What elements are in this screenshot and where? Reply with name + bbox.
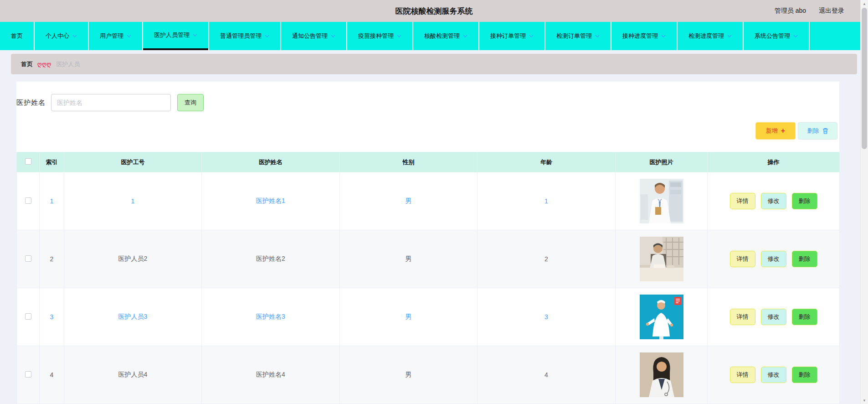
detail-button[interactable]: 详情 — [730, 193, 755, 209]
chevron-down-icon — [265, 35, 269, 37]
chevron-down-icon — [193, 34, 197, 36]
logout-link[interactable]: 退出登录 — [819, 7, 844, 15]
column-header-staff-no: 医护工号 — [64, 152, 202, 172]
cell-age: 1 — [478, 172, 616, 230]
trash-icon — [822, 128, 828, 134]
cell-index: 2 — [40, 230, 64, 288]
nav-tab-home[interactable]: 首页 — [0, 22, 34, 50]
edit-button[interactable]: 修改 — [761, 193, 786, 209]
chevron-down-icon — [397, 35, 401, 37]
cell-staff-no: 医护人员2 — [64, 230, 202, 288]
nav-tab-nucleic-test-management[interactable]: 核酸检测管理 — [413, 22, 478, 50]
detail-button[interactable]: 详情 — [730, 309, 755, 325]
nav-tab-test-order-management[interactable]: 检测订单管理 — [545, 22, 611, 50]
table-row[interactable]: 2 医护人员2 医护姓名2 男 2 — [17, 230, 840, 288]
table-row[interactable]: 1 1 医护姓名1 男 1 — [17, 172, 840, 230]
scrollbar-thumb[interactable] — [862, 8, 867, 149]
cell-index: 1 — [40, 172, 64, 230]
breadcrumb-home[interactable]: 首页 — [21, 60, 33, 68]
table-row[interactable]: 4 医护人员4 医护姓名4 男 4 — [17, 346, 840, 404]
staff-photo-nurse-teal-background[interactable] — [640, 295, 683, 339]
cell-gender: 男 — [340, 172, 478, 230]
delete-button[interactable]: 删除 — [792, 309, 817, 325]
nav-tab-test-progress-management[interactable]: 检测进度管理 — [678, 22, 743, 50]
nav-tab-medical-staff-management[interactable]: 医护人员管理 — [143, 22, 208, 50]
nav-tab-system-announcement-management[interactable]: 系统公告管理 — [744, 22, 809, 50]
delete-button[interactable]: 删除 — [792, 367, 817, 383]
user-area: 管理员 abo 退出登录 — [775, 0, 844, 22]
row-checkbox[interactable] — [25, 371, 31, 378]
column-header-name: 医护姓名 — [202, 152, 340, 172]
content-card: 医护姓名 查询 新增 + 删除 索引 医护工号 医护姓 — [16, 82, 839, 404]
header-checkbox-cell — [17, 152, 40, 172]
staff-photo-female-doctor[interactable] — [640, 352, 683, 397]
chevron-down-icon — [127, 35, 131, 37]
nav-tab-personal-center[interactable]: 个人中心 — [35, 22, 88, 50]
cell-age: 4 — [478, 346, 616, 404]
column-header-index: 索引 — [40, 152, 64, 172]
cell-gender: 男 — [340, 346, 478, 404]
edit-button[interactable]: 修改 — [761, 367, 786, 383]
detail-button[interactable]: 详情 — [730, 367, 755, 383]
plus-icon: + — [781, 127, 785, 135]
table-header-row: 索引 医护工号 医护姓名 性别 年龄 医护照片 操作 — [17, 152, 840, 172]
cell-name: 医护姓名3 — [202, 288, 340, 346]
row-actions: 详情 修改 删除 — [708, 309, 839, 325]
column-header-operations: 操作 — [708, 152, 840, 172]
cell-gender: 男 — [340, 288, 478, 346]
cell-name: 医护姓名1 — [202, 172, 340, 230]
row-actions: 详情 修改 删除 — [708, 193, 839, 209]
cell-staff-no: 医护人员3 — [64, 288, 202, 346]
cell-staff-no: 医护人员4 — [64, 346, 202, 404]
select-all-checkbox[interactable] — [25, 158, 31, 165]
nav-tab-notice-management[interactable]: 通知公告管理 — [281, 22, 346, 50]
staff-photo-male-doctor-standing[interactable] — [640, 179, 683, 223]
delete-button[interactable]: 删除 — [792, 193, 817, 209]
scroll-down-arrow-icon[interactable]: ▼ — [861, 397, 868, 404]
table-row[interactable]: 3 医护人员3 医护姓名3 男 3 — [17, 288, 840, 346]
cell-staff-no: 1 — [64, 172, 202, 230]
query-button[interactable]: 查询 — [177, 94, 204, 111]
batch-delete-button[interactable]: 删除 — [798, 122, 837, 140]
chevron-down-icon — [661, 35, 666, 37]
nav-tab-user-management[interactable]: 用户管理 — [89, 22, 142, 50]
add-button[interactable]: 新增 + — [755, 122, 796, 140]
edit-button[interactable]: 修改 — [761, 251, 786, 267]
row-checkbox[interactable] — [25, 255, 31, 262]
vertical-scrollbar[interactable]: ▲ ▼ — [860, 0, 868, 404]
scroll-up-arrow-icon[interactable]: ▲ — [861, 0, 868, 7]
chevron-down-icon — [595, 35, 600, 37]
cell-name: 医护姓名2 — [202, 230, 340, 288]
nav-tab-vaccination-progress-management[interactable]: 接种进度管理 — [611, 22, 677, 50]
nav-tab-general-admin-management[interactable]: 普通管理员管理 — [209, 22, 280, 50]
row-actions: 详情 修改 删除 — [708, 251, 839, 267]
row-checkbox[interactable] — [25, 197, 31, 204]
nav-filler — [810, 22, 868, 50]
edit-button[interactable]: 修改 — [761, 309, 786, 325]
breadcrumb: 首页 ღღღ 医护人员 — [11, 54, 857, 74]
row-checkbox[interactable] — [25, 313, 31, 320]
cell-age: 3 — [478, 288, 616, 346]
breadcrumb-separator-icon: ღღღ — [37, 61, 51, 67]
chevron-down-icon — [72, 35, 77, 37]
staff-name-input[interactable] — [51, 94, 171, 111]
staff-photo-doctor-at-desk[interactable] — [640, 237, 683, 281]
main-nav: 首页 个人中心 用户管理 医护人员管理 普通管理员管理 通知公告管理 疫苗接种管… — [0, 22, 868, 50]
chevron-down-icon — [793, 35, 798, 37]
cell-index: 4 — [40, 346, 64, 404]
chevron-down-icon — [331, 35, 335, 37]
cell-gender: 男 — [340, 230, 478, 288]
delete-button[interactable]: 删除 — [792, 251, 817, 267]
cell-index: 3 — [40, 288, 64, 346]
cell-age: 2 — [478, 230, 616, 288]
detail-button[interactable]: 详情 — [730, 251, 755, 267]
chevron-down-icon — [727, 35, 732, 37]
search-label: 医护姓名 — [16, 98, 46, 107]
chevron-down-icon — [463, 35, 467, 37]
staff-table: 索引 医护工号 医护姓名 性别 年龄 医护照片 操作 1 1 医护姓名1 男 1 — [16, 152, 840, 404]
nav-tab-vaccine-management[interactable]: 疫苗接种管理 — [347, 22, 412, 50]
cell-name: 医护姓名4 — [202, 346, 340, 404]
row-actions: 详情 修改 删除 — [708, 367, 839, 383]
column-header-photo: 医护照片 — [616, 152, 708, 172]
nav-tab-vaccination-order-management[interactable]: 接种订单管理 — [479, 22, 544, 50]
